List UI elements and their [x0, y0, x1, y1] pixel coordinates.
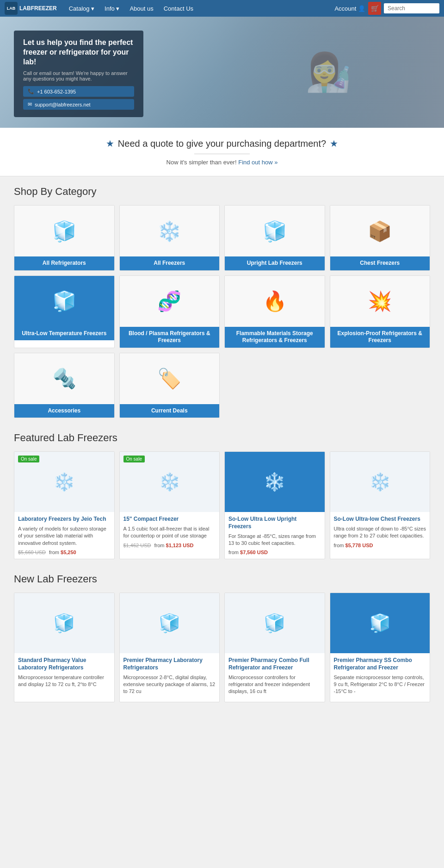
category-card-3[interactable]: 📦 Chest Freezers: [330, 205, 431, 271]
nav-contact[interactable]: Contact Us: [159, 0, 198, 17]
new-freezers-grid: 🧊 Standard Pharmacy Value Laboratory Ref…: [14, 593, 430, 702]
category-card-2[interactable]: 🧊 Upright Lab Freezers: [224, 205, 325, 271]
category-card-8[interactable]: 🔩 Accessories: [14, 353, 115, 418]
nav-catalog[interactable]: Catalog ▾: [64, 0, 99, 17]
featured-product-image-2: ❄️: [225, 452, 325, 512]
featured-product-2[interactable]: ❄️ So-Low Ultra Low Upright Freezers For…: [224, 451, 325, 559]
new-product-image-1: 🧊: [120, 593, 220, 653]
new-product-desc-3: Separate microprocessor temp controls, 9…: [334, 674, 426, 695]
new-product-title-1: Premier Pharmacy Laboratory Refrigerator…: [123, 657, 216, 671]
category-image-0: 🧊: [14, 206, 114, 256]
featured-product-title-0: Laboratory Freezers by Jeio Tech: [18, 516, 111, 523]
featured-product-3[interactable]: ❄️ So-Low Ultra-low Chest Freezers Ultra…: [330, 451, 431, 559]
category-image-8: 🔩: [14, 353, 114, 404]
account-link[interactable]: Account 👤: [334, 5, 365, 12]
new-product-image-0: 🧊: [14, 593, 114, 653]
featured-product-title-2: So-Low Ultra Low Upright Freezers: [228, 516, 321, 530]
featured-product-desc-0: A variety of models for subzero storage …: [18, 525, 111, 547]
nav-links: Catalog ▾ Info ▾ About us Contact Us: [64, 0, 335, 17]
new-product-image-2: 🧊: [225, 593, 325, 653]
new-product-desc-1: Microprocessor 2-8°C, digital display, e…: [123, 674, 216, 695]
new-product-title-3: Premier Pharmacy SS Combo Refrigerator a…: [334, 657, 426, 671]
category-label-7: Explosion-Proof Refrigerators & Freezers: [330, 327, 430, 348]
featured-product-body-0: Laboratory Freezers by Jeio Tech A varie…: [14, 512, 114, 559]
cart-button[interactable]: 🛒: [368, 2, 381, 15]
featured-product-body-1: 15" Compact Freezer A 1.5 cubic foot all…: [120, 512, 220, 551]
hero-subtext: Call or email our team! We're happy to a…: [23, 70, 134, 81]
logo-text: LABFREEZER: [19, 5, 57, 12]
category-grid: 🧊 All Refrigerators ❄️ All Freezers 🧊 Up…: [14, 205, 430, 418]
category-label-5: Blood / Plasma Refrigerators & Freezers: [120, 327, 220, 348]
featured-title: Featured Lab Freezers: [14, 432, 430, 444]
category-card-7[interactable]: 💥 Explosion-Proof Refrigerators & Freeze…: [330, 275, 431, 348]
quote-link[interactable]: Find out how »: [238, 159, 278, 166]
featured-product-image-3: ❄️: [330, 452, 430, 512]
quote-heading: ★ Need a quote to give your purchasing d…: [9, 138, 435, 149]
category-card-1[interactable]: ❄️ All Freezers: [119, 205, 220, 271]
star-right: ★: [330, 138, 338, 149]
category-image-7: 💥: [330, 276, 430, 327]
new-product-desc-0: Microprocessor temperature controller an…: [18, 674, 111, 688]
category-card-4[interactable]: 🧊 Ultra-Low Temperature Freezers: [14, 275, 115, 348]
category-card-5[interactable]: 🧬 Blood / Plasma Refrigerators & Freezer…: [119, 275, 220, 348]
star-left: ★: [106, 138, 114, 149]
new-freezers-title: New Lab Freezers: [14, 573, 430, 585]
quote-banner: ★ Need a quote to give your purchasing d…: [0, 128, 444, 176]
nav-info[interactable]: Info ▾: [100, 0, 124, 17]
nav-about[interactable]: About us: [125, 0, 158, 17]
new-product-body-3: Premier Pharmacy SS Combo Refrigerator a…: [330, 653, 430, 701]
category-card-0[interactable]: 🧊 All Refrigerators: [14, 205, 115, 271]
category-label-9: Current Deals: [120, 404, 220, 418]
search-input[interactable]: [384, 3, 439, 13]
category-label-0: All Refrigerators: [14, 256, 114, 270]
hero-phone-btn[interactable]: 📞 +1 603-652-1395: [23, 86, 134, 97]
new-product-body-0: Standard Pharmacy Value Laboratory Refri…: [14, 653, 114, 694]
category-section-title: Shop By Category: [14, 186, 430, 198]
quote-subtext: Now it's simpler than ever! Find out how…: [9, 159, 435, 166]
email-icon: ✉: [28, 101, 32, 107]
new-product-image-3: 🧊: [330, 593, 430, 653]
category-image-4: 🧊: [14, 276, 114, 327]
sale-badge-0: On sale: [18, 456, 39, 462]
site-logo[interactable]: LAB LABFREEZER: [5, 2, 57, 15]
new-product-title-0: Standard Pharmacy Value Laboratory Refri…: [18, 657, 111, 671]
hero-banner: Let us help you find the perfect freezer…: [0, 17, 444, 128]
new-product-0[interactable]: 🧊 Standard Pharmacy Value Laboratory Ref…: [14, 593, 115, 702]
nav-right: Account 👤 🛒: [334, 2, 439, 15]
sale-badge-1: On sale: [123, 456, 145, 462]
featured-product-0[interactable]: On sale ❄️ Laboratory Freezers by Jeio T…: [14, 451, 115, 559]
category-label-3: Chest Freezers: [330, 256, 430, 270]
hero-phone: +1 603-652-1395: [37, 89, 76, 94]
hero-heading: Let us help you find the perfect freezer…: [23, 38, 134, 67]
category-image-5: 🧬: [120, 276, 220, 327]
featured-product-desc-3: Ultra cold storage of down to -85°C size…: [334, 525, 426, 540]
featured-product-desc-1: A 1.5 cubic foot all-freezer that is ide…: [123, 525, 216, 540]
new-product-3[interactable]: 🧊 Premier Pharmacy SS Combo Refrigerator…: [330, 593, 431, 702]
category-label-6: Flammable Materials Storage Refrigerator…: [225, 327, 325, 348]
featured-product-body-2: So-Low Ultra Low Upright Freezers For St…: [225, 512, 325, 559]
new-product-2[interactable]: 🧊 Premier Pharmacy Combo Full Refrigerat…: [224, 593, 325, 702]
category-image-9: 🏷️: [120, 353, 220, 404]
category-image-2: 🧊: [225, 206, 325, 256]
category-label-8: Accessories: [14, 404, 114, 418]
hero-email: support@labfreezers.net: [35, 102, 91, 107]
hero-image: 👩‍🔬: [213, 17, 444, 128]
category-label-2: Upright Lab Freezers: [225, 256, 325, 270]
featured-product-body-3: So-Low Ultra-low Chest Freezers Ultra co…: [330, 512, 430, 551]
navbar: LAB LABFREEZER Catalog ▾ Info ▾ About us…: [0, 0, 444, 17]
featured-product-1[interactable]: On sale ❄️ 15" Compact Freezer A 1.5 cub…: [119, 451, 220, 559]
category-label-4: Ultra-Low Temperature Freezers: [14, 327, 114, 341]
featured-section: Featured Lab Freezers On sale ❄️ Laborat…: [0, 427, 444, 568]
shop-by-category-section: Shop By Category 🧊 All Refrigerators ❄️ …: [0, 176, 444, 427]
category-image-1: ❄️: [120, 206, 220, 256]
logo-icon: LAB: [5, 2, 18, 15]
category-card-6[interactable]: 🔥 Flammable Materials Storage Refrigerat…: [224, 275, 325, 348]
category-label-1: All Freezers: [120, 256, 220, 270]
featured-product-title-1: 15" Compact Freezer: [123, 516, 216, 523]
hero-email-btn[interactable]: ✉ support@labfreezers.net: [23, 99, 134, 110]
phone-icon: 📞: [28, 88, 34, 94]
featured-product-desc-2: For Storage at -85°C, sizes range from 1…: [228, 533, 321, 547]
new-product-1[interactable]: 🧊 Premier Pharmacy Laboratory Refrigerat…: [119, 593, 220, 702]
new-product-body-2: Premier Pharmacy Combo Full Refrigerator…: [225, 653, 325, 701]
category-card-9[interactable]: 🏷️ Current Deals: [119, 353, 220, 418]
